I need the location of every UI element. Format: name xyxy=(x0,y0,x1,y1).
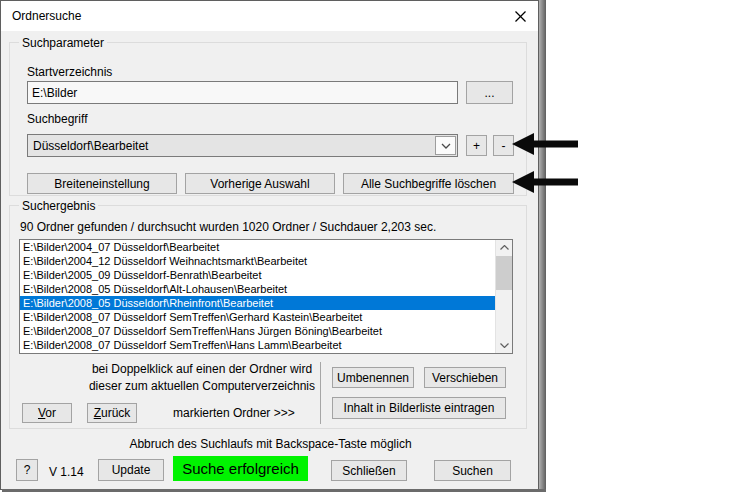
startverzeichnis-input[interactable]: E:\Bilder xyxy=(27,81,458,104)
result-row[interactable]: E:\Bilder\2004_12 Düsseldorf Weihnachtsm… xyxy=(20,254,512,268)
vor-button[interactable]: Vor xyxy=(22,403,72,423)
doubleclick-info: bei Doppelklick auf einen der Ordner wir… xyxy=(57,361,347,395)
arrow-left-icon xyxy=(512,131,580,157)
help-button-label: ? xyxy=(24,463,31,477)
result-row[interactable]: E:\Bilder\2008_05 Düsseldorf\Rheinfront\… xyxy=(20,296,512,310)
ordnersuche-dialog: Ordnersuche Suchparameter Startverzeichn… xyxy=(0,0,539,490)
status-text: Suche erfolgreich xyxy=(182,460,299,477)
alle-suchbegriffe-loeschen-button[interactable]: Alle Suchbegriffe löschen xyxy=(343,173,514,194)
breiteneinstellung-label: Breiteneinstellung xyxy=(54,177,149,191)
suchbegriff-combobox[interactable]: Düsseldorf\Bearbeitet xyxy=(27,134,458,157)
screenshot-canvas: Ordnersuche Suchparameter Startverzeichn… xyxy=(0,0,745,492)
version-label: V 1.14 xyxy=(49,465,84,479)
doubleclick-info-line1: bei Doppelklick auf einen der Ordner wir… xyxy=(57,361,347,378)
browse-button-label: ... xyxy=(484,86,494,100)
update-button[interactable]: Update xyxy=(98,459,164,481)
titlebar[interactable]: Ordnersuche xyxy=(1,1,538,31)
startverzeichnis-label: Startverzeichnis xyxy=(27,65,112,79)
result-row[interactable]: E:\Bilder\2004_07 Düsseldorf\Bearbeitet xyxy=(20,240,512,254)
breiteneinstellung-button[interactable]: Breiteneinstellung xyxy=(27,173,177,194)
suchergebnis-group: Suchergebnis 90 Ordner gefunden / durchs… xyxy=(9,205,527,429)
zurueck-button-label: Zurück xyxy=(94,406,131,420)
markierten-ordner-label: markierten Ordner >>> xyxy=(173,406,295,420)
umbenennen-label: Umbenennen xyxy=(337,371,409,385)
doubleclick-info-line2: dieser zum aktuellen Computerverzeichnis xyxy=(57,378,347,395)
suchparameter-group-label: Suchparameter xyxy=(19,36,107,50)
minus-icon: - xyxy=(502,139,506,153)
result-row[interactable]: E:\Bilder\2005_09 Düsseldorf-Benrath\Bea… xyxy=(20,268,512,282)
status-badge: Suche erfolgreich xyxy=(173,456,308,481)
add-suchbegriff-button[interactable]: + xyxy=(466,135,487,156)
alle-loeschen-label: Alle Suchbegriffe löschen xyxy=(361,177,496,191)
startverzeichnis-value: E:\Bilder xyxy=(32,86,77,100)
abbruch-hint: Abbruch des Suchlaufs mit Backspace-Tast… xyxy=(1,437,540,451)
result-list[interactable]: E:\Bilder\2004_07 Düsseldorf\Bearbeitet … xyxy=(19,239,513,354)
inhalt-in-bilderliste-button[interactable]: Inhalt in Bilderliste eintragen xyxy=(332,397,506,419)
update-button-label: Update xyxy=(112,463,151,477)
vor-button-label: Vor xyxy=(38,406,56,420)
arrow-left-icon xyxy=(512,169,580,195)
result-summary: 90 Ordner gefunden / durchsucht wurden 1… xyxy=(20,220,436,234)
list-scrollbar[interactable] xyxy=(495,240,512,353)
schliessen-button[interactable]: Schließen xyxy=(331,460,407,481)
suchen-label: Suchen xyxy=(452,464,493,478)
chevron-down-icon xyxy=(500,343,509,348)
schliessen-label: Schließen xyxy=(342,464,395,478)
zurueck-button[interactable]: Zurück xyxy=(87,403,137,423)
scroll-up-button[interactable] xyxy=(496,240,513,255)
suchparameter-group: Suchparameter Startverzeichnis E:\Bilder… xyxy=(9,42,527,196)
suchbegriff-label: Suchbegriff xyxy=(27,112,88,126)
remove-suchbegriff-button[interactable]: - xyxy=(493,135,514,156)
verschieben-button[interactable]: Verschieben xyxy=(424,367,506,388)
annotation-arrow-buttons xyxy=(512,169,580,195)
inhalt-label: Inhalt in Bilderliste eintragen xyxy=(344,401,495,415)
help-button[interactable]: ? xyxy=(16,459,38,481)
close-icon xyxy=(515,11,526,22)
separator xyxy=(320,362,321,424)
vorherige-auswahl-label: Vorherige Auswahl xyxy=(210,177,309,191)
scrollbar-thumb[interactable] xyxy=(496,256,513,290)
chevron-up-icon xyxy=(500,245,509,250)
annotation-arrow-suchbegriff xyxy=(512,131,580,157)
browse-button[interactable]: ... xyxy=(466,81,513,104)
chevron-down-icon xyxy=(441,143,451,149)
vorherige-auswahl-button[interactable]: Vorherige Auswahl xyxy=(185,173,335,194)
suchbegriff-value: Düsseldorf\Bearbeitet xyxy=(33,139,148,153)
suchergebnis-group-label: Suchergebnis xyxy=(19,199,98,213)
result-row[interactable]: E:\Bilder\2008_07 Düsseldorf SemTreffen\… xyxy=(20,324,512,338)
scroll-down-button[interactable] xyxy=(496,338,513,353)
plus-icon: + xyxy=(473,139,480,153)
result-row[interactable]: E:\Bilder\2008_07 Düsseldorf SemTreffen\… xyxy=(20,310,512,324)
close-button[interactable] xyxy=(510,7,530,25)
result-row[interactable]: E:\Bilder\2008_07 Düsseldorf SemTreffen\… xyxy=(20,338,512,352)
suchen-button[interactable]: Suchen xyxy=(434,460,511,481)
window-shadow-right xyxy=(539,0,546,492)
verschieben-label: Verschieben xyxy=(432,371,498,385)
combobox-dropdown-button[interactable] xyxy=(435,136,456,155)
umbenennen-button[interactable]: Umbenennen xyxy=(332,367,414,388)
result-row[interactable]: E:\Bilder\2008_05 Düsseldorf\Alt-Lohause… xyxy=(20,282,512,296)
window-title: Ordnersuche xyxy=(12,9,81,23)
